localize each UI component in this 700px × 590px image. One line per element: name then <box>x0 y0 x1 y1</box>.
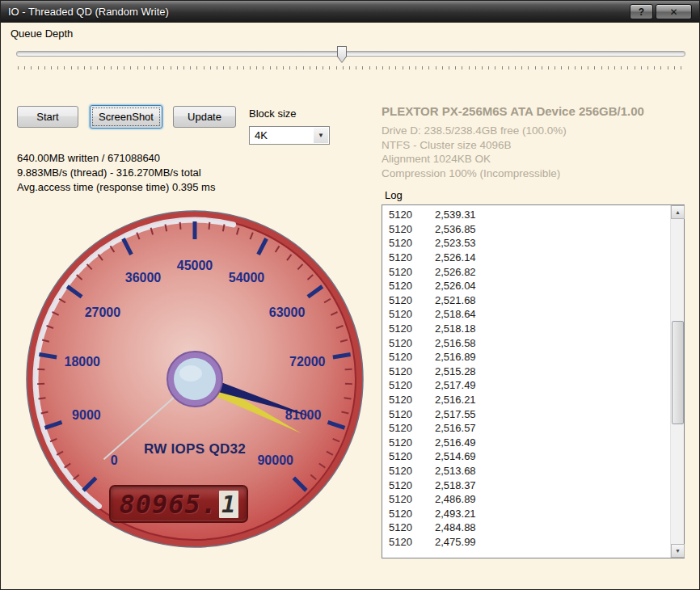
log-scrollbar[interactable]: ▲ ▼ <box>670 205 684 558</box>
svg-text:63000: 63000 <box>269 306 306 319</box>
drive-filesystem-line: NTFS - Cluster size 4096B <box>382 138 690 153</box>
slider-track[interactable] <box>16 51 685 57</box>
svg-text:27000: 27000 <box>85 306 121 319</box>
gauge-digital-readout: 80965. 1 <box>109 485 248 523</box>
log-row[interactable]: 51202,475.99 <box>389 535 670 550</box>
log-block-size: 5120 <box>389 322 435 335</box>
log-row[interactable]: 51202,516.58 <box>389 335 670 350</box>
log-value: 2,516.49 <box>435 436 476 449</box>
readout-last-digit: 1 <box>219 491 238 518</box>
log-block-size: 5120 <box>389 436 435 449</box>
scrollbar-thumb[interactable] <box>672 321 684 424</box>
log-value: 2,486.89 <box>435 493 476 505</box>
log-value: 2,516.58 <box>435 337 476 349</box>
log-value: 2,516.57 <box>435 422 476 434</box>
close-button[interactable]: ✕ <box>656 4 692 19</box>
log-row[interactable]: 51202,515.28 <box>389 365 670 379</box>
title-bar[interactable]: IO - Threaded QD (Random Write) <box>1 1 699 23</box>
log-row[interactable]: 51202,517.55 <box>389 407 670 421</box>
log-value: 2,515.28 <box>435 365 476 377</box>
log-listbox[interactable]: 51202,539.3151202,536.8551202,523.535120… <box>382 204 685 558</box>
drive-alignment-line: Alignment 1024KB OK <box>382 152 690 166</box>
log-row[interactable]: 51202,526.04 <box>389 279 670 293</box>
log-label: Log <box>385 189 403 201</box>
drive-space-line: Drive D: 238.5/238.4GB free (100.0%) <box>382 124 690 138</box>
log-value: 2,493.21 <box>435 508 476 520</box>
log-value: 2,514.69 <box>435 450 476 462</box>
log-block-size: 5120 <box>389 266 435 278</box>
written-stat: 640.00MB written / 671088640 <box>17 152 160 164</box>
log-row[interactable]: 51202,521.68 <box>389 293 670 308</box>
log-block-size: 5120 <box>389 308 435 320</box>
log-row[interactable]: 51202,523.53 <box>389 236 670 251</box>
drive-title: PLEXTOR PX-256M6S ATA Device 256GB/1.00 <box>382 104 690 118</box>
log-block-size: 5120 <box>389 223 435 235</box>
log-list: 51202,539.3151202,536.8551202,523.535120… <box>382 205 670 558</box>
log-block-size: 5120 <box>389 536 435 548</box>
log-block-size: 5120 <box>389 337 435 349</box>
svg-text:54000: 54000 <box>229 271 265 284</box>
slider-thumb[interactable] <box>337 46 347 63</box>
gauge-label: RW IOPS QD32 <box>25 441 365 457</box>
access-time-stat: Avg.access time (response time) 0.395 ms <box>17 181 215 193</box>
log-row[interactable]: 51202,516.49 <box>389 436 670 450</box>
close-icon: ✕ <box>669 6 677 18</box>
log-value: 2,521.68 <box>435 294 476 306</box>
slider-tick-marks <box>18 66 684 70</box>
log-value: 2,475.99 <box>435 536 476 548</box>
log-row[interactable]: 51202,484.88 <box>389 520 670 535</box>
window-title: IO - Threaded QD (Random Write) <box>8 6 169 18</box>
block-size-label: Block size <box>249 107 297 120</box>
log-row[interactable]: 51202,526.14 <box>389 251 670 265</box>
log-row[interactable]: 51202,516.21 <box>389 393 670 407</box>
scroll-up-icon[interactable]: ▲ <box>671 205 685 219</box>
log-row[interactable]: 51202,518.37 <box>389 478 670 492</box>
svg-text:18000: 18000 <box>64 355 100 369</box>
drive-info-panel: PLEXTOR PX-256M6S ATA Device 256GB/1.00 … <box>382 104 690 180</box>
log-value: 2,517.55 <box>435 408 476 420</box>
queue-depth-slider[interactable] <box>14 43 688 72</box>
readout-digits: 80965. <box>119 489 217 520</box>
log-value: 2,518.18 <box>435 322 476 335</box>
log-row[interactable]: 51202,493.21 <box>389 506 670 520</box>
drive-compression-line: Compression 100% (Incompressible) <box>382 166 690 181</box>
log-value: 2,513.68 <box>435 465 476 477</box>
log-row[interactable]: 51202,513.68 <box>389 464 670 478</box>
log-block-size: 5120 <box>389 408 435 420</box>
block-size-dropdown[interactable]: 4K ▼ <box>249 126 330 145</box>
log-row[interactable]: 51202,518.18 <box>389 322 670 336</box>
log-row[interactable]: 51202,526.82 <box>389 264 670 279</box>
log-row[interactable]: 51202,536.85 <box>389 222 670 237</box>
log-block-size: 5120 <box>389 465 435 477</box>
block-size-value: 4K <box>255 129 268 141</box>
log-row[interactable]: 51202,514.69 <box>389 449 670 464</box>
scroll-down-icon[interactable]: ▼ <box>671 544 685 558</box>
log-value: 2,516.89 <box>435 351 476 363</box>
start-button[interactable]: Start <box>17 106 78 128</box>
slider-thumb-face <box>338 47 346 62</box>
svg-text:9000: 9000 <box>72 408 101 422</box>
log-row[interactable]: 51202,517.49 <box>389 378 670 393</box>
log-value: 2,536.85 <box>435 223 476 235</box>
log-value: 2,484.88 <box>435 521 476 533</box>
log-row[interactable]: 51202,486.89 <box>389 492 670 507</box>
log-row[interactable]: 51202,516.89 <box>389 350 670 365</box>
log-block-size: 5120 <box>389 209 435 221</box>
update-button[interactable]: Update <box>173 106 236 128</box>
queue-depth-label: Queue Depth <box>11 27 73 40</box>
log-block-size: 5120 <box>389 479 435 491</box>
log-block-size: 5120 <box>389 237 435 249</box>
log-value: 2,523.53 <box>435 237 476 249</box>
log-row[interactable]: 51202,516.57 <box>389 421 670 436</box>
log-value: 2,518.64 <box>435 308 476 320</box>
log-block-size: 5120 <box>389 351 435 363</box>
log-value: 2,526.04 <box>435 280 476 292</box>
log-value: 2,526.82 <box>435 266 476 278</box>
chevron-down-icon[interactable]: ▼ <box>314 128 328 143</box>
log-block-size: 5120 <box>389 450 435 462</box>
log-row[interactable]: 51202,518.64 <box>389 307 670 322</box>
screenshot-button[interactable]: ScreenShot <box>90 105 162 129</box>
log-row[interactable]: 51202,539.31 <box>389 208 670 222</box>
help-button[interactable]: ? <box>630 4 653 19</box>
help-icon: ? <box>639 6 644 18</box>
